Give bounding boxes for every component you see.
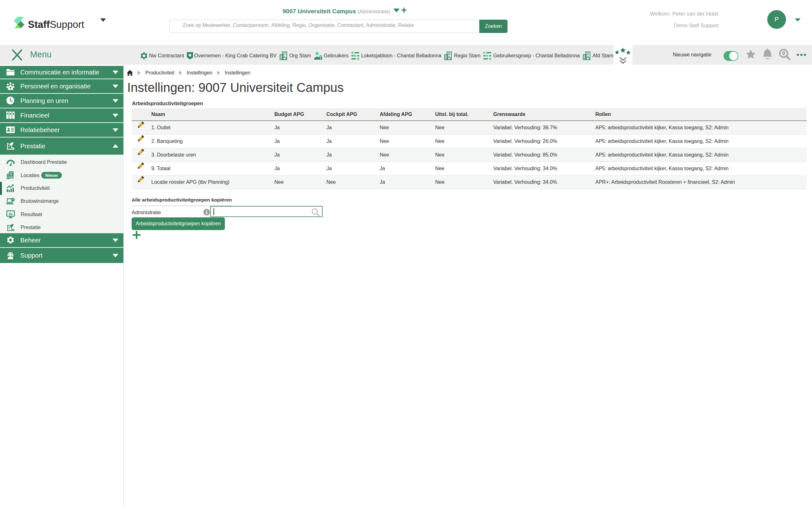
svg-text:%: % (12, 199, 14, 201)
